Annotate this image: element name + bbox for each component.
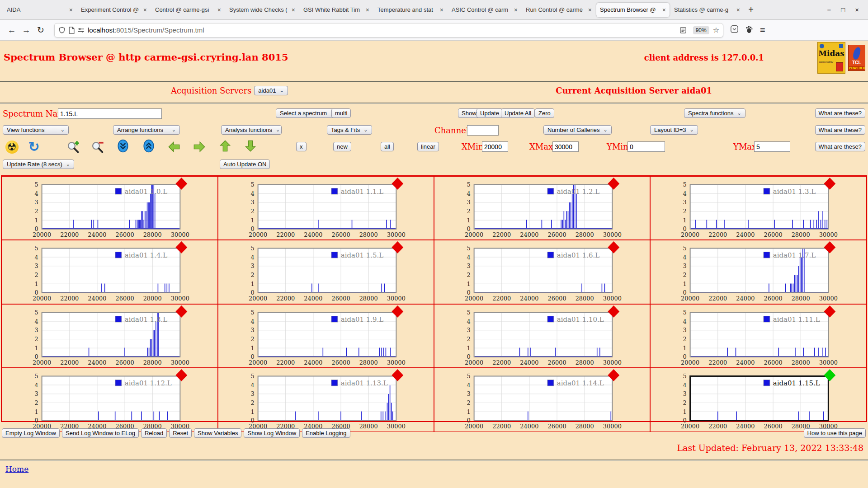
url-text[interactable]: localhost:8015/Spectrum/Spectrum.tml — [88, 26, 204, 34]
tab-experiment-control[interactable]: Experiment Control @× — [77, 3, 151, 17]
arrow-down-icon[interactable] — [243, 139, 258, 153]
reload-button[interactable]: ↻ — [33, 23, 48, 38]
spectrum-chart-aida01-1-1-l[interactable]: 200002200024000260002800030000012345aida… — [218, 177, 434, 239]
spectrum-chart-aida01-1-4-l[interactable]: 200002200024000260002800030000012345aida… — [2, 240, 217, 303]
view-functions-select[interactable]: View functions⌄ — [3, 125, 69, 135]
auto-update-button[interactable]: Auto Update ON — [220, 160, 270, 169]
reader-mode-icon[interactable] — [680, 27, 686, 33]
arrow-right-icon[interactable] — [192, 140, 207, 154]
spectrum-cell-aida01-1-13-l[interactable]: 200002200024000260002800030000012345aida… — [218, 368, 434, 432]
new-tab-button[interactable]: + — [744, 3, 758, 17]
url-bar[interactable]: localhost:8015/Spectrum/Spectrum.tml 90%… — [54, 23, 723, 38]
forward-button[interactable]: → — [19, 23, 33, 38]
reload-button[interactable]: Reload — [141, 428, 167, 438]
spectrum-cell-aida01-1-8-l[interactable]: 200002200024000260002800030000012345aida… — [2, 304, 218, 368]
ymin-input[interactable] — [627, 141, 665, 152]
tab-system-wide-checks[interactable]: System wide Checks (× — [226, 3, 299, 17]
tab-gsi-white-rabbit-tim[interactable]: GSI White Rabbit Tim× — [300, 3, 373, 17]
bookmark-star-icon[interactable]: ☆ — [713, 26, 719, 34]
spectrum-chart-aida01-1-9-l[interactable]: 200002200024000260002800030000012345aida… — [218, 305, 434, 367]
update-button[interactable]: Update — [476, 108, 503, 118]
update-rate-select[interactable]: Update Rate (8 secs)⌄ — [3, 160, 74, 169]
spectrum-cell-aida01-1-5-l[interactable]: 200002200024000260002800030000012345aida… — [218, 240, 434, 304]
expand-up-icon[interactable] — [142, 139, 156, 153]
arrow-left-icon[interactable] — [167, 140, 181, 154]
number-of-galleries-select[interactable]: Number of Galleries⌄ — [543, 125, 612, 135]
zoom-out-icon[interactable] — [90, 140, 105, 154]
analysis-functions-select[interactable]: Analysis functions⌄ — [221, 125, 282, 135]
tracking-protection-icon[interactable] — [58, 27, 66, 34]
minimize-button[interactable]: − — [827, 6, 831, 14]
send-log-window-to-elog-button[interactable]: Send Log Window to ELog — [62, 428, 139, 438]
how-to-use-button[interactable]: How to use this page — [804, 428, 866, 438]
permissions-icon[interactable] — [78, 27, 85, 33]
xmax-input[interactable] — [552, 141, 579, 152]
spectra-functions-select[interactable]: Spectra functions⌄ — [684, 108, 745, 118]
tab-close-icon[interactable]: × — [736, 6, 740, 14]
spectrum-cell-aida01-1-4-l[interactable]: 200002200024000260002800030000012345aida… — [2, 240, 218, 304]
tab-aida[interactable]: AIDA× — [3, 3, 76, 17]
spectrum-chart-aida01-1-0-l[interactable]: 200002200024000260002800030000012345aida… — [2, 177, 217, 239]
channel-input[interactable] — [467, 125, 499, 136]
tab-spectrum-browser[interactable]: Spectrum Browser @× — [596, 3, 670, 17]
what-are-these-button-2[interactable]: What are these? — [815, 125, 865, 135]
update-all-button[interactable]: Update All — [501, 108, 535, 118]
spectrum-cell-aida01-1-12-l[interactable]: 200002200024000260002800030000012345aida… — [2, 368, 218, 432]
acquisition-server-select[interactable]: aida01⌄ — [254, 86, 288, 95]
new-button[interactable]: new — [333, 142, 351, 151]
tab-close-icon[interactable]: × — [662, 6, 666, 14]
tab-close-icon[interactable]: × — [440, 6, 443, 14]
show-log-window-button[interactable]: Show Log Window — [244, 428, 300, 438]
spectrum-cell-aida01-1-6-l[interactable]: 200002200024000260002800030000012345aida… — [434, 240, 650, 304]
refresh-icon[interactable]: ↻ — [27, 140, 41, 154]
tab-close-icon[interactable]: × — [69, 6, 73, 14]
menu-icon[interactable]: ≡ — [760, 25, 765, 35]
zero-button[interactable]: Zero — [535, 108, 554, 118]
show-variables-button[interactable]: Show Variables — [194, 428, 241, 438]
all-button[interactable]: all — [381, 142, 394, 151]
ymax-input[interactable] — [754, 141, 790, 152]
tab-close-icon[interactable]: × — [588, 6, 592, 14]
spectrum-chart-aida01-1-2-l[interactable]: 200002200024000260002800030000012345aida… — [434, 177, 650, 239]
tab-close-icon[interactable]: × — [143, 6, 147, 14]
spectrum-cell-aida01-1-0-l[interactable]: 200002200024000260002800030000012345aida… — [2, 176, 218, 240]
zoom-in-icon[interactable] — [66, 140, 80, 154]
empty-log-window-button[interactable]: Empty Log Window — [2, 428, 60, 438]
what-are-these-button-1[interactable]: What are these? — [815, 108, 865, 118]
back-button[interactable]: ← — [5, 23, 19, 38]
tab-close-icon[interactable]: × — [292, 6, 295, 14]
spectrum-cell-aida01-1-11-l[interactable]: 200002200024000260002800030000012345aida… — [650, 304, 866, 368]
spectrum-chart-aida01-1-10-l[interactable]: 200002200024000260002800030000012345aida… — [434, 305, 650, 367]
tab-close-icon[interactable]: × — [366, 6, 369, 14]
spectrum-cell-aida01-1-10-l[interactable]: 200002200024000260002800030000012345aida… — [434, 304, 650, 368]
spectrum-cell-aida01-1-15-l[interactable]: 200002200024000260002800030000012345aida… — [650, 368, 866, 432]
arrange-functions-select[interactable]: Arrange functions⌄ — [113, 125, 180, 135]
spectrum-chart-aida01-1-11-l[interactable]: 200002200024000260002800030000012345aida… — [651, 305, 866, 367]
spectrum-cell-aida01-1-3-l[interactable]: 200002200024000260002800030000012345aida… — [650, 176, 866, 240]
tags-fits-select[interactable]: Tags & Fits⌄ — [327, 125, 372, 135]
x-button[interactable]: x — [296, 142, 307, 151]
arrow-up-icon[interactable] — [218, 139, 232, 153]
collapse-down-icon[interactable] — [116, 139, 130, 153]
pocket-icon[interactable] — [731, 25, 738, 35]
enable-logging-button[interactable]: Enable Logging — [302, 428, 350, 438]
tab-control-carme-gsi[interactable]: Control @ carme-gsi× — [151, 3, 225, 17]
spectrum-chart-aida01-1-7-l[interactable]: 200002200024000260002800030000012345aida… — [651, 240, 866, 303]
spectrum-cell-aida01-1-9-l[interactable]: 200002200024000260002800030000012345aida… — [218, 304, 434, 368]
zoom-level-badge[interactable]: 90% — [693, 26, 709, 34]
tab-asic-control-carm[interactable]: ASIC Control @ carm× — [448, 3, 521, 17]
select-a-spectrum-select[interactable]: Select a spectrum⌄ — [276, 108, 339, 118]
spectrum-chart-aida01-1-13-l[interactable]: 200002200024000260002800030000012345aida… — [218, 368, 434, 431]
tab-close-icon[interactable]: × — [217, 6, 221, 14]
extension-foot-icon[interactable] — [745, 25, 753, 35]
close-button[interactable]: × — [855, 6, 859, 14]
spectrum-cell-aida01-1-1-l[interactable]: 200002200024000260002800030000012345aida… — [218, 176, 434, 240]
tab-run-control-carme[interactable]: Run Control @ carme× — [522, 3, 595, 17]
reset-button[interactable]: Reset — [169, 428, 192, 438]
spectrum-name-input[interactable] — [58, 108, 162, 119]
radiation-icon[interactable]: ☢ — [5, 140, 19, 154]
spectrum-chart-aida01-1-14-l[interactable]: 200002200024000260002800030000012345aida… — [434, 368, 650, 431]
spectrum-chart-aida01-1-6-l[interactable]: 200002200024000260002800030000012345aida… — [434, 240, 650, 303]
tab-close-icon[interactable]: × — [514, 6, 518, 14]
tab-temperature-and-stat[interactable]: Temperature and stat× — [374, 3, 447, 17]
